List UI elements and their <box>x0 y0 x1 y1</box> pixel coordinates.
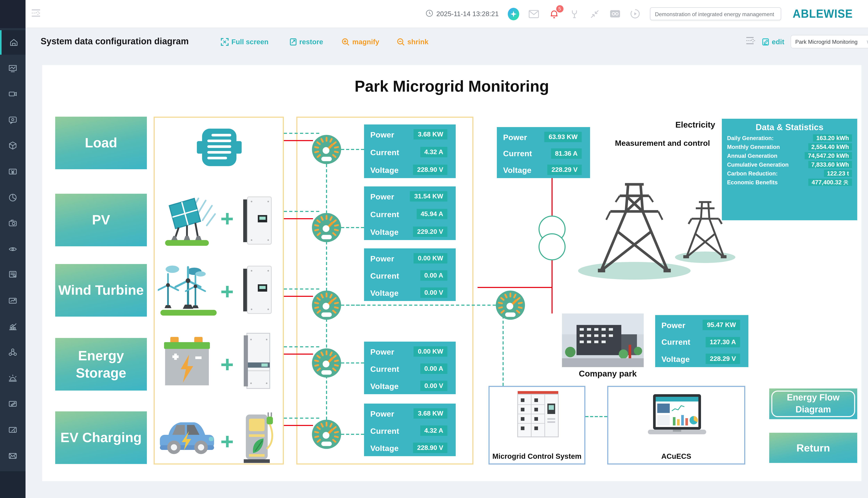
datetime-text: 2025-11-14 13:28:21 <box>436 10 499 18</box>
grid-feeder-line-red <box>477 287 552 288</box>
grid-label-line1: Electricity <box>675 120 715 130</box>
grid-meter: Power63.93 KWCurrent81.36 AVoltage228.29… <box>497 127 590 178</box>
wind-inverter-image <box>241 264 273 315</box>
meter-value: 4.32 A <box>420 147 447 157</box>
yuan-symbol <box>843 179 849 185</box>
meter-row-power: Power95.47 KW <box>661 320 743 330</box>
gauge-load-icon <box>312 135 341 164</box>
sidebar-item-alarm[interactable] <box>0 366 26 390</box>
sidebar-item-operation-maintenance[interactable] <box>0 288 26 313</box>
node-ev-charging[interactable]: EV Charging <box>55 411 147 464</box>
meter-label: Voltage <box>370 288 398 297</box>
meter-value: 228.90 V <box>413 443 447 453</box>
node-wind-turbine[interactable]: Wind Turbine <box>55 264 147 317</box>
meter-value: 0.00 V <box>420 287 447 298</box>
solar-panel-icon <box>161 194 219 247</box>
ev-charger-icon <box>243 410 275 463</box>
record-icon[interactable] <box>609 8 621 19</box>
chevron-down-icon: ∨ <box>866 38 868 45</box>
connection-line-dashed <box>341 305 496 306</box>
network-topology-icon <box>8 348 18 357</box>
sidebar-item-mail[interactable] <box>0 444 26 468</box>
statistics-title: Data & Statistics <box>727 122 852 132</box>
document-search-icon <box>8 270 18 280</box>
connection-line-dashed <box>284 346 319 347</box>
tools-icon[interactable] <box>568 8 580 19</box>
statistic-value: 122.23 t <box>824 170 852 177</box>
meter-value: 3.68 KW <box>414 408 447 419</box>
billing-icon <box>8 167 18 176</box>
pv-inverter-image <box>241 195 273 246</box>
connection-line-dashed <box>341 149 364 150</box>
wind-meter: Power0.00 KWCurrent0.00 AVoltage0.00 V <box>364 248 456 301</box>
sidebar-item-network-topology[interactable] <box>0 340 26 365</box>
sidebar-item-statistics-chart[interactable] <box>0 314 26 339</box>
pie-chart-icon <box>8 193 18 202</box>
shrink-button[interactable]: shrink <box>397 38 429 45</box>
statistics-row: Carbon Reduction:122.23 t <box>727 170 852 177</box>
meter-label: Current <box>370 271 399 280</box>
meter-row-power: Power0.00 KW <box>370 253 450 263</box>
meter-row-voltage: Voltage229.20 V <box>370 226 450 237</box>
node-energy-storage[interactable]: Energy Storage <box>55 338 147 391</box>
magnify-button[interactable]: magnify <box>342 38 379 45</box>
meter-label: Power <box>370 254 394 263</box>
ai-assistant-icon[interactable] <box>508 8 519 19</box>
statistic-value: 163.20 kWh <box>813 134 852 142</box>
gauge-ev-icon <box>312 420 341 449</box>
connection-line-red <box>284 296 313 297</box>
eye-inspection-icon <box>8 244 18 254</box>
meter-label: Current <box>661 338 691 346</box>
sidebar-item-model-3d[interactable] <box>0 133 26 158</box>
restore-button[interactable]: restore <box>289 38 323 45</box>
collapse-sidebar-icon[interactable] <box>31 9 41 19</box>
record-edit-icon <box>8 425 18 435</box>
sidebar-item-video-monitor[interactable] <box>0 82 26 106</box>
connection-line-red <box>284 425 313 426</box>
diagram-select[interactable]: Park Microgrid Monitoring ∨ <box>791 35 868 49</box>
sidebar-item-record-edit[interactable] <box>0 418 26 442</box>
sidebar-item-data-screen[interactable] <box>0 56 26 80</box>
node-load[interactable]: Load <box>55 117 147 169</box>
edit-button[interactable]: edit <box>762 38 784 45</box>
fullscreen-button[interactable]: Full screen <box>221 38 268 45</box>
statistics-row: Economic Benefits477,400.32 <box>727 179 852 186</box>
collapse-arrows-icon[interactable] <box>589 8 600 19</box>
meter-row-voltage: Voltage228.29 V <box>503 165 585 175</box>
node-pv[interactable]: PV <box>55 194 147 246</box>
meter-label: Current <box>370 148 399 157</box>
meter-value: 229.20 V <box>413 226 447 237</box>
meter-row-current: Current0.00 A <box>370 364 450 374</box>
diagram-title: Park Microgrid Monitoring <box>42 78 862 95</box>
export-icon[interactable] <box>745 37 756 47</box>
page-title: System data configuration diagram <box>41 37 189 47</box>
return-button[interactable]: Return <box>769 433 857 463</box>
notification-bell-icon[interactable]: 5 <box>548 8 560 19</box>
energy-flow-diagram-button[interactable]: Energy Flow Diagram <box>769 389 857 419</box>
play-circle-icon[interactable] <box>630 8 641 19</box>
mail-icon[interactable] <box>528 8 539 19</box>
sidebar-item-billing[interactable] <box>0 159 26 184</box>
meter-row-current: Current81.36 A <box>503 148 585 159</box>
sidebar-item-document-search[interactable] <box>0 263 26 287</box>
meter-row-voltage: Voltage228.29 V <box>661 354 743 364</box>
connection-line-dashed <box>341 363 364 364</box>
sidebar-item-work-order[interactable] <box>0 392 26 416</box>
meter-label: Power <box>370 192 394 201</box>
ablewise-logo: ABLEWISE <box>792 7 853 21</box>
grid-label-line2: Measurement and control <box>615 139 710 147</box>
meter-row-current: Current45.94 A <box>370 209 450 219</box>
banner-text-input[interactable] <box>650 7 781 20</box>
sidebar-item-pie-chart[interactable] <box>0 185 26 210</box>
sidebar-item-message[interactable] <box>0 108 26 132</box>
sidebar-item-camera[interactable] <box>0 211 26 236</box>
statistics-row: Cumulative Generation7,833.60 kWh <box>727 161 852 168</box>
sidebar-item-home[interactable] <box>0 30 26 55</box>
sidebar-item-eye-inspection[interactable] <box>0 237 26 261</box>
mail-icon <box>8 451 18 461</box>
storage-meter: Power0.00 KWCurrent0.00 AVoltage0.00 V <box>364 342 456 394</box>
connection-line-dashed <box>284 288 319 289</box>
laptop-image <box>646 393 708 440</box>
meter-value: 31.54 KW <box>410 191 447 201</box>
plus-icon <box>221 436 233 447</box>
